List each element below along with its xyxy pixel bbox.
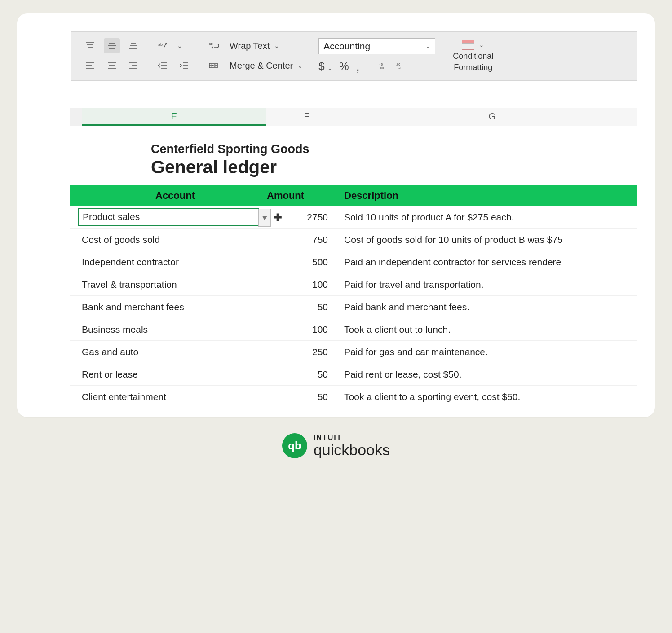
- cell-amount[interactable]: 50: [267, 369, 336, 380]
- svg-text:.00: .00: [396, 63, 400, 66]
- column-header-f[interactable]: F: [266, 108, 347, 126]
- cell-account[interactable]: Gas and auto: [70, 347, 267, 357]
- table-row[interactable]: Business meals100Took a client out to lu…: [70, 318, 637, 341]
- header-description: Description: [336, 190, 637, 202]
- cell-amount[interactable]: 100: [267, 324, 336, 335]
- cell-account[interactable]: Client entertainment: [70, 391, 267, 402]
- merge-center-label: Merge & Center: [230, 61, 293, 71]
- conditional-formatting-icon: [462, 40, 474, 50]
- ribbon: ab ⌄ ab Wrap Text ⌄: [71, 31, 637, 81]
- orientation-dropdown-icon[interactable]: ⌄: [177, 42, 182, 49]
- brand-line2: quickbooks: [314, 442, 390, 457]
- column-header-e[interactable]: E: [82, 108, 266, 126]
- ribbon-group-conditional: ⌄ Conditional Formatting: [442, 36, 504, 76]
- brand-logo: qb INTUIT quickbooks: [13, 433, 659, 458]
- cell-account[interactable]: Independent contractor: [70, 257, 267, 268]
- header-account: Account: [70, 190, 267, 202]
- ribbon-group-indent: ab ⌄: [148, 36, 199, 76]
- decrease-decimal-icon[interactable]: .00→0: [396, 59, 407, 74]
- quickbooks-mark-icon: qb: [282, 433, 307, 458]
- orientation-icon[interactable]: ab: [155, 38, 171, 53]
- cell-amount[interactable]: 100: [267, 279, 336, 290]
- table-header: Account Amount Description: [70, 185, 637, 206]
- active-cell[interactable]: Product sales▾: [78, 208, 259, 226]
- ribbon-group-wrap-merge: ab Wrap Text ⌄ Merge & Center ⌄: [199, 36, 312, 76]
- conditional-label-1: Conditional: [453, 52, 493, 61]
- chevron-down-icon: ⌄: [274, 42, 279, 49]
- page-title: General ledger: [70, 157, 637, 185]
- ribbon-group-alignment: [76, 36, 148, 76]
- cell-account[interactable]: Rent or lease: [70, 369, 267, 380]
- table-body: Product sales2750Sold 10 units of produc…: [70, 206, 637, 408]
- number-format-select[interactable]: Accounting ⌄: [318, 38, 435, 54]
- align-bottom-icon[interactable]: [125, 38, 141, 53]
- chevron-down-icon: ⌄: [479, 41, 484, 48]
- align-top-icon[interactable]: [82, 38, 98, 53]
- cell-description[interactable]: Paid rent or lease, cost $50.: [336, 369, 637, 380]
- table-row[interactable]: Rent or lease50Paid rent or lease, cost …: [70, 363, 637, 386]
- wrap-text-icon: ab: [205, 38, 221, 53]
- column-headers: E F G: [70, 108, 637, 126]
- separator: [369, 60, 369, 73]
- wrap-text-label: Wrap Text: [230, 41, 270, 51]
- chevron-down-icon: ⌄: [426, 43, 430, 49]
- wrap-text-button[interactable]: Wrap Text ⌄: [227, 38, 282, 53]
- company-name: Centerfield Sporting Goods: [70, 126, 637, 157]
- chevron-down-icon: ⌄: [327, 65, 332, 71]
- cell-description[interactable]: Sold 10 units of product A for $275 each…: [336, 212, 637, 223]
- ribbon-group-number: Accounting ⌄ $ ⌄ % , ←0.00 .00→0: [312, 36, 442, 76]
- cell-description[interactable]: Took a client out to lunch.: [336, 324, 637, 335]
- decrease-indent-icon[interactable]: [155, 58, 171, 73]
- svg-text:ab: ab: [158, 42, 163, 47]
- align-left-icon[interactable]: [82, 58, 98, 73]
- cell-description[interactable]: Paid an independent contractor for servi…: [336, 257, 637, 268]
- percent-button[interactable]: %: [339, 60, 349, 73]
- header-amount: Amount: [267, 190, 336, 202]
- table-row[interactable]: Product sales2750Sold 10 units of produc…: [70, 206, 637, 229]
- cell-cursor-icon: ✚: [273, 211, 282, 224]
- align-middle-icon[interactable]: [104, 38, 120, 53]
- svg-text:→0: →0: [398, 66, 402, 70]
- cell-account[interactable]: Business meals: [70, 324, 267, 335]
- cell-description[interactable]: Cost of goods sold for 10 units of produ…: [336, 234, 637, 245]
- app-card: ab ⌄ ab Wrap Text ⌄: [17, 13, 655, 417]
- cell-amount[interactable]: 750: [267, 234, 336, 245]
- table-row[interactable]: Bank and merchant fees50Paid bank and me…: [70, 296, 637, 318]
- chevron-down-icon: ⌄: [297, 62, 303, 69]
- brand-line1: INTUIT: [314, 434, 390, 441]
- worksheet: Centerfield Sporting Goods General ledge…: [70, 126, 637, 408]
- merge-center-button[interactable]: Merge & Center ⌄: [227, 58, 305, 73]
- currency-button[interactable]: $ ⌄: [318, 60, 332, 73]
- cell-description[interactable]: Took a client to a sporting event, cost …: [336, 391, 637, 402]
- svg-text:.00: .00: [380, 66, 384, 70]
- table-row[interactable]: Client entertainment50Took a client to a…: [70, 386, 637, 408]
- cell-account[interactable]: Cost of goods sold: [70, 234, 267, 245]
- cell-description[interactable]: Paid for gas and car maintenance.: [336, 347, 637, 357]
- align-right-icon[interactable]: [125, 58, 141, 73]
- cell-account[interactable]: Travel & transportation: [70, 279, 267, 290]
- cell-description[interactable]: Paid bank and merchant fees.: [336, 302, 637, 312]
- cell-account[interactable]: Bank and merchant fees: [70, 302, 267, 312]
- table-row[interactable]: Cost of goods sold750Cost of goods sold …: [70, 229, 637, 251]
- comma-style-button[interactable]: ,: [356, 64, 360, 69]
- table-row[interactable]: Gas and auto250Paid for gas and car main…: [70, 341, 637, 363]
- cell-amount[interactable]: 500: [267, 257, 336, 268]
- align-center-horiz-icon[interactable]: [104, 58, 120, 73]
- increase-indent-icon[interactable]: [176, 58, 192, 73]
- column-header-g[interactable]: G: [347, 108, 637, 126]
- svg-text:ab: ab: [209, 42, 213, 46]
- cell-amount[interactable]: 50: [267, 302, 336, 312]
- cell-amount[interactable]: 50: [267, 391, 336, 402]
- conditional-label-2: Formatting: [454, 63, 492, 72]
- row-header-gutter[interactable]: [70, 108, 82, 126]
- increase-decimal-icon[interactable]: ←0.00: [378, 59, 389, 74]
- cell-description[interactable]: Paid for travel and transportation.: [336, 279, 637, 290]
- table-row[interactable]: Travel & transportation100Paid for trave…: [70, 273, 637, 296]
- conditional-formatting-button[interactable]: ⌄ Conditional Formatting: [448, 40, 498, 72]
- cell-dropdown-icon[interactable]: ▾: [258, 209, 271, 227]
- cell-amount[interactable]: 250: [267, 347, 336, 357]
- number-format-value: Accounting: [323, 41, 370, 52]
- merge-center-icon: [205, 58, 221, 73]
- table-row[interactable]: Independent contractor500Paid an indepen…: [70, 251, 637, 273]
- svg-text:←0: ←0: [378, 63, 383, 66]
